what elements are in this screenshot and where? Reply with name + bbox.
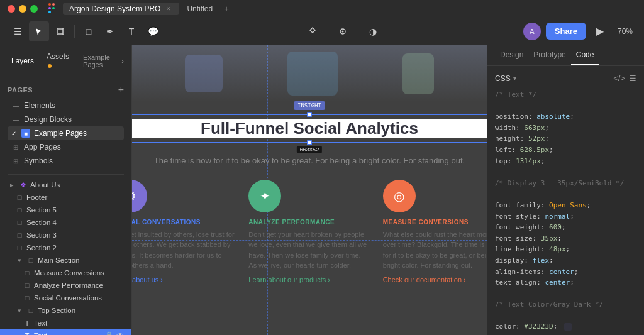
code-blank-3 (495, 189, 636, 200)
layer-measure[interactable]: □ Measure Conversions (0, 266, 131, 279)
insight-badge-wrapper: INSIGHT (132, 99, 487, 110)
layer-about-us[interactable]: ▸ ❖ About Us (0, 178, 131, 191)
code-line-color: color: #32323D; (495, 321, 636, 332)
layer-analyze[interactable]: □ Analyze Performance (0, 279, 131, 292)
zoom-level[interactable]: 70% (614, 25, 636, 38)
selection-heading[interactable]: Full-Funnel Social Analytics 663×52 (132, 114, 487, 143)
code-comment-color: /* Text Color/Gray Dark */ (495, 299, 636, 310)
layer-section3[interactable]: □ Section 3 (0, 229, 131, 241)
code-line-height: height: 52px; (495, 133, 636, 145)
insight-badge: INSIGHT (294, 101, 325, 110)
card-link-3[interactable]: Check our documentation › (383, 276, 487, 283)
frame-icon-s5: □ (15, 206, 24, 214)
code-view-icon[interactable]: </> (613, 74, 625, 83)
card-icon-1: ⚙ (132, 180, 147, 212)
close-button[interactable] (8, 5, 15, 13)
top-decoration (132, 45, 487, 102)
icon-circle: ◎ (394, 189, 404, 204)
tab-add-button[interactable]: + (220, 3, 233, 15)
card-desc-3: What else could rust the heart more over… (383, 229, 487, 271)
play-button[interactable]: ▶ (591, 23, 609, 40)
pages-header: Pages + (8, 85, 124, 95)
canvas-area[interactable]: INSIGHT Full-Funnel Social Analytics 663… (132, 45, 487, 335)
layer-social[interactable]: □ Social Conversations (0, 292, 131, 304)
tab-prototype[interactable]: Prototype (528, 45, 570, 65)
frame-tool[interactable] (50, 21, 70, 41)
tab-argon[interactable]: Argon Design System PRO ✕ (63, 3, 179, 15)
more-options-icon[interactable]: ☰ (629, 74, 636, 83)
css-header: CSS ▾ </> ☰ (495, 74, 636, 83)
code-line-fontstyle: font-style: normal; (495, 211, 636, 222)
svg-rect-5 (58, 29, 63, 34)
component-icon: ❖ (19, 180, 28, 189)
figma-icon (48, 3, 55, 15)
page-icon-elements: — (11, 101, 20, 110)
pages-add-button[interactable]: + (118, 85, 124, 95)
layer-section4[interactable]: □ Section 4 (0, 216, 131, 229)
handle-tm[interactable] (307, 112, 312, 117)
frame-icon-top: □ (26, 306, 35, 315)
cards-row: ⚙ SOCIAL CONVERSATIONS We get insulted b… (132, 180, 487, 283)
page-example-pages[interactable]: ✓ ■ Example Pages (8, 126, 124, 140)
svg-point-11 (342, 30, 344, 32)
pen-tool[interactable]: ✒ (100, 21, 120, 41)
pages-label: Pages (8, 86, 33, 94)
assets-tab[interactable]: Assets (43, 50, 73, 72)
lock-icon[interactable]: 🔒 (104, 331, 114, 335)
tool-separator-1 (74, 25, 75, 38)
toolbar-right: A Share ▶ 70% (523, 23, 636, 40)
shapes-tool[interactable]: □ (79, 21, 99, 41)
share-button[interactable]: Share (546, 23, 586, 40)
minimize-button[interactable] (19, 5, 26, 13)
frame-icon-footer: □ (15, 193, 24, 202)
select-tool[interactable] (29, 21, 49, 41)
menu-button[interactable]: ☰ (8, 21, 28, 41)
layer-section2[interactable]: □ Section 2 (0, 241, 131, 254)
frame-icon-s4: □ (15, 218, 24, 227)
pages-section: Pages + — Elements — Design Blocks ✓ ■ E… (0, 82, 131, 170)
maximize-button[interactable] (30, 5, 38, 13)
frame-icon-measure: □ (23, 268, 31, 277)
user-avatar[interactable]: A (523, 23, 541, 40)
dimension-label: 663×52 (297, 146, 322, 153)
tab-untitled[interactable]: Untitled (180, 3, 219, 15)
layer-text-1[interactable]: T Text (0, 317, 131, 329)
panel-content: CSS ▾ </> ☰ /* Text */ position: absolut… (487, 66, 644, 335)
tab-design[interactable]: Design (495, 45, 528, 65)
card-link-2[interactable]: Learn about our products › (248, 276, 370, 283)
breadcrumb-label: Example Pages (83, 53, 115, 69)
code-blank-4 (495, 288, 636, 300)
component-tool[interactable] (303, 21, 323, 41)
expand-icon-main: ▾ (15, 256, 24, 265)
page-elements[interactable]: — Elements (8, 99, 124, 113)
code-line-fontfamily: font-family: Open Sans; (495, 200, 636, 211)
tab-code[interactable]: Code (571, 45, 599, 65)
layer-footer[interactable]: □ Footer (0, 191, 131, 204)
code-blank-5 (495, 310, 636, 322)
css-dropdown-icon[interactable]: ▾ (513, 75, 516, 82)
layer-main-section[interactable]: ▾ □ Main Section (0, 254, 131, 266)
card-link-1[interactable]: More about us › (132, 276, 236, 283)
grid-tool[interactable] (333, 21, 353, 41)
page-app-pages[interactable]: ⊞ App Pages (8, 140, 124, 154)
sidebar-content: Pages + — Elements — Design Blocks ✓ ■ E… (0, 77, 131, 335)
layers-tab[interactable]: Layers (8, 55, 38, 67)
page-icon-example: ■ (21, 129, 30, 138)
title-bar: Argon Design System PRO ✕ Untitled + (0, 0, 644, 18)
code-block: /* Text */ position: absolute; width: 66… (495, 89, 636, 332)
layer-top-section[interactable]: ▾ □ Top Section (0, 304, 131, 317)
contrast-tool[interactable]: ◑ (363, 21, 383, 41)
handle-bm[interactable] (307, 140, 312, 145)
toolbar-center-tools: ◑ (165, 21, 521, 41)
layer-text-2[interactable]: T Text 🔒 👁 (0, 329, 131, 335)
main-heading: Full-Funnel Social Analytics (132, 119, 487, 138)
css-label: CSS ▾ (495, 74, 516, 83)
eye-icon[interactable]: 👁 (116, 331, 124, 335)
page-design-blocks[interactable]: — Design Blocks (8, 113, 124, 126)
text-tool[interactable]: T (121, 21, 142, 41)
layer-section5[interactable]: □ Section 5 (0, 204, 131, 216)
tab-close-icon[interactable]: ✕ (164, 4, 173, 13)
comment-tool[interactable]: 💬 (143, 21, 163, 41)
page-symbols[interactable]: ⊞ Symbols (8, 154, 124, 168)
panel-tabs: Design Prototype Code (487, 45, 644, 66)
